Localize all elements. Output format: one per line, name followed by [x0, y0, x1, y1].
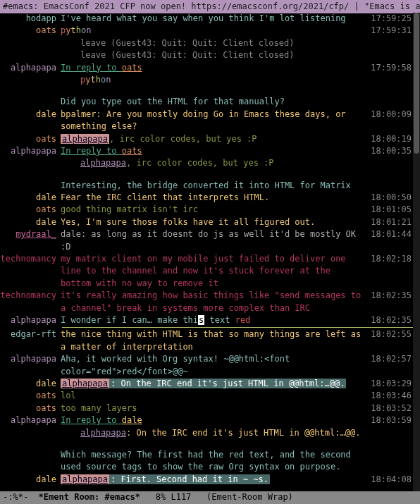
continuation-row: Interesting, the bridge converted it int… [0, 180, 413, 192]
message-body: alphapapa, irc color codes, but yes :P [61, 157, 368, 169]
text-seg: bpalmer: Are you mostly doing Go in Emac… [61, 109, 346, 131]
divider [62, 327, 413, 328]
message-body: Interesting, the bridge converted it int… [61, 180, 368, 192]
text-seg: I've heard what you say when you think I… [61, 13, 346, 23]
message-body: I've heard what you say when you think I… [61, 13, 368, 25]
header-bar: #emacs: EmacsConf 2021 CFP now open! htt… [0, 0, 420, 13]
nick-column: oats [0, 133, 61, 145]
text-seg: , irc color codes, but yes :P [126, 158, 274, 168]
modeline-mode: (Ement-Room Wrap) [206, 491, 293, 503]
timestamp: 18:01:44 [368, 228, 413, 240]
text-seg: alphapapa [80, 158, 126, 168]
nick-column: oats [0, 402, 61, 414]
message-row: dalebpalmer: Are you mostly doing Go in … [0, 109, 413, 133]
message-row: oatslol18:03:46 [0, 390, 413, 402]
message-body: In reply to dale [61, 414, 368, 426]
message-row: oatsalphapapa, irc color codes, but yes … [0, 133, 413, 145]
modeline-buffer: *Ement Room: #emacs* [39, 491, 141, 503]
text-seg: dale: as long as it doesnt do js as well… [61, 229, 356, 251]
modeline-pct: 8% [140, 491, 171, 503]
continuation-row: alphapapa: On the IRC end it's just HTML… [0, 427, 413, 439]
rainbow-text: python [80, 75, 111, 85]
text-seg: : On the IRC end it's just HTML in @@htm… [109, 379, 346, 388]
message-body: In reply to oats [61, 62, 368, 74]
message-body: dale: as long as it doesnt do js as well… [61, 228, 368, 253]
text-seg: Which message? The first had the red tex… [61, 450, 351, 472]
message-body: too many layers [61, 402, 368, 414]
timestamp: 18:03:52 [368, 402, 413, 414]
text-seg: Fear the IRC client that interprets HTML… [61, 192, 269, 202]
text-seg: the nice thing with HTML is that so many… [61, 329, 361, 351]
text-seg: Did you type out the HTML for that manua… [61, 97, 285, 106]
nick-column: alphapapa [0, 353, 61, 365]
scrollbar-thumb[interactable] [414, 13, 419, 154]
message-row: dalealphapapa: On the IRC end it's just … [0, 378, 413, 390]
text-seg: : First. Second had it in ~ ~s. [109, 474, 270, 484]
nick-column: oats [0, 390, 61, 402]
message-body: it's really amazing how basic things lik… [61, 290, 368, 314]
message-body: Did you type out the HTML for that manua… [61, 96, 368, 108]
text-seg: oats [122, 63, 142, 73]
text-seg: good thing matrix isn't irc [61, 204, 198, 214]
message-row: daleYes, I'm sure those folks have it al… [0, 216, 413, 228]
message-body: leave (Guest43: Quit: Quit: Client close… [61, 37, 368, 49]
message-row: oatsgood thing matrix isn't irc18:01:05 [0, 204, 413, 216]
continuation-row: Which message? The first had the red tex… [0, 449, 413, 474]
text-seg: my matrix client on my mobile just faile… [61, 254, 346, 288]
nick-column: oats [0, 25, 61, 37]
modeline-flags: -:%*- [3, 491, 39, 503]
message-row: technomancyit's really amazing how basic… [0, 290, 413, 314]
nick-column: technomancy [0, 253, 61, 265]
text-seg: In reply to [61, 63, 122, 73]
timestamp: 17:59:58 [368, 62, 413, 74]
message-body: lol [61, 390, 368, 402]
timestamp: 18:00:50 [368, 192, 413, 204]
message-body: alphapapa: First. Second had it in ~ ~s. [61, 474, 368, 486]
text-seg: Interesting, the bridge converted it int… [61, 180, 351, 190]
text-seg: lol [61, 391, 76, 400]
text-seg: alphapapa [61, 134, 109, 144]
message-body: python [61, 25, 368, 37]
text-seg: In reply to [61, 146, 122, 156]
timestamp: 18:02:55 [368, 328, 413, 340]
message-body: alphapapa, irc color codes, but yes :P [61, 133, 368, 145]
message-body: Aha, it worked with Org syntax! ~@@html:… [61, 353, 368, 378]
message-body: Fear the IRC client that interprets HTML… [61, 192, 368, 204]
timestamp: 18:03:29 [368, 378, 413, 390]
channel-name: #emacs [3, 1, 33, 11]
message-body: Which message? The first had the red tex… [61, 449, 368, 474]
message-body: Yes, I'm sure those folks have it all fi… [61, 216, 368, 228]
timestamp: 18:02:35 [368, 314, 413, 326]
message-row: alphapapaIn reply to dale18:03:59 [0, 414, 413, 426]
text-seg: I wonder if I can… make thi [61, 315, 198, 325]
timestamp: 18:01:21 [368, 216, 413, 228]
timestamp: 18:03:59 [368, 414, 413, 426]
text-seg: In reply to [61, 415, 122, 425]
text-seg: alphapapa [61, 474, 109, 484]
message-area[interactable]: hodappI've heard what you say when you t… [0, 13, 413, 491]
message-row: alphapapaIn reply to oats17:59:58 [0, 62, 413, 74]
text-seg: too many layers [61, 403, 137, 413]
nick-column: dale [0, 109, 61, 121]
text-seg: Aha, it worked with Org syntax! ~@@html:… [61, 354, 290, 376]
message-row: leave (Guest43: Quit: Quit: Client close… [0, 37, 413, 49]
nick-column: hodapp [0, 13, 61, 25]
text-seg: oats [122, 146, 142, 156]
message-body: bpalmer: Are you mostly doing Go in Emac… [61, 109, 368, 133]
message-body: alphapapa: On the IRC end it's just HTML… [61, 378, 368, 390]
timestamp: 18:00:35 [368, 145, 413, 157]
timestamp: 17:59:25 [368, 13, 413, 25]
topic-text: : EmacsConf 2021 CFP now open! https://e… [33, 1, 420, 11]
scrollbar[interactable] [413, 13, 420, 491]
message-body: my matrix client on my mobile just faile… [61, 253, 368, 290]
text-seg: text [204, 315, 235, 325]
message-row: mydraal_dale: as long as it doesnt do js… [0, 228, 413, 253]
message-row: oatstoo many layers18:03:52 [0, 402, 413, 414]
message-body: python [61, 74, 368, 86]
message-row: hodappI've heard what you say when you t… [0, 13, 413, 25]
timestamp: 18:03:46 [368, 390, 413, 402]
nick-column: technomancy [0, 290, 61, 302]
nick-column: dale [0, 474, 61, 486]
message-body: I wonder if I can… make this text red [61, 314, 368, 326]
text-seg: alphapapa [61, 379, 109, 388]
